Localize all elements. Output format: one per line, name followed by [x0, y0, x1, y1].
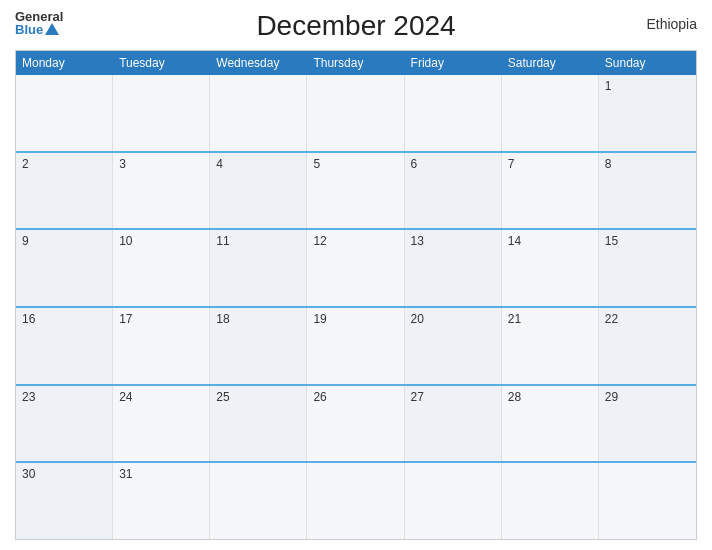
page-title: December 2024 — [256, 10, 455, 42]
day-number: 30 — [22, 467, 35, 481]
day-number: 6 — [411, 157, 418, 171]
day-cell: 29 — [599, 386, 696, 462]
day-cell: 13 — [405, 230, 502, 306]
day-number: 2 — [22, 157, 29, 171]
page: General Blue December 2024 Ethiopia Mond… — [0, 0, 712, 550]
week-row: 16171819202122 — [16, 306, 696, 384]
day-number: 23 — [22, 390, 35, 404]
day-cell — [307, 463, 404, 539]
day-cell: 19 — [307, 308, 404, 384]
day-cell — [16, 75, 113, 151]
day-cell: 26 — [307, 386, 404, 462]
day-cell — [113, 75, 210, 151]
day-number: 3 — [119, 157, 126, 171]
day-number: 22 — [605, 312, 618, 326]
day-number: 25 — [216, 390, 229, 404]
day-number: 9 — [22, 234, 29, 248]
day-cell: 31 — [113, 463, 210, 539]
day-cell: 4 — [210, 153, 307, 229]
day-number: 14 — [508, 234, 521, 248]
day-number: 19 — [313, 312, 326, 326]
day-cell: 28 — [502, 386, 599, 462]
day-number: 26 — [313, 390, 326, 404]
day-cell — [405, 75, 502, 151]
day-cell: 30 — [16, 463, 113, 539]
day-cell: 3 — [113, 153, 210, 229]
country-label: Ethiopia — [646, 16, 697, 32]
day-number: 27 — [411, 390, 424, 404]
day-header-friday: Friday — [405, 51, 502, 75]
day-number: 28 — [508, 390, 521, 404]
day-cell: 8 — [599, 153, 696, 229]
day-cell: 2 — [16, 153, 113, 229]
day-cell: 6 — [405, 153, 502, 229]
day-number: 21 — [508, 312, 521, 326]
day-cell — [307, 75, 404, 151]
day-cell — [210, 75, 307, 151]
day-cell: 14 — [502, 230, 599, 306]
day-number: 5 — [313, 157, 320, 171]
week-row: 3031 — [16, 461, 696, 539]
day-number: 15 — [605, 234, 618, 248]
day-number: 11 — [216, 234, 229, 248]
day-number: 13 — [411, 234, 424, 248]
day-cell: 24 — [113, 386, 210, 462]
day-cell: 16 — [16, 308, 113, 384]
week-row: 9101112131415 — [16, 228, 696, 306]
day-number: 7 — [508, 157, 515, 171]
day-number: 16 — [22, 312, 35, 326]
day-cell — [210, 463, 307, 539]
day-header-wednesday: Wednesday — [210, 51, 307, 75]
day-cell: 22 — [599, 308, 696, 384]
day-number: 8 — [605, 157, 612, 171]
day-cell: 17 — [113, 308, 210, 384]
day-cell: 1 — [599, 75, 696, 151]
logo-triangle-icon — [45, 23, 59, 35]
day-header-saturday: Saturday — [502, 51, 599, 75]
calendar-grid: MondayTuesdayWednesdayThursdayFridaySatu… — [15, 50, 697, 540]
day-number: 4 — [216, 157, 223, 171]
week-row: 23242526272829 — [16, 384, 696, 462]
week-row: 2345678 — [16, 151, 696, 229]
day-number: 17 — [119, 312, 132, 326]
day-cell: 20 — [405, 308, 502, 384]
logo-blue-text: Blue — [15, 23, 59, 36]
week-row: 1 — [16, 75, 696, 151]
day-cell: 11 — [210, 230, 307, 306]
day-cell — [599, 463, 696, 539]
day-cell — [502, 463, 599, 539]
day-number: 20 — [411, 312, 424, 326]
day-number: 31 — [119, 467, 132, 481]
day-cell: 18 — [210, 308, 307, 384]
day-number: 29 — [605, 390, 618, 404]
day-cell — [502, 75, 599, 151]
day-number: 1 — [605, 79, 612, 93]
day-cell: 12 — [307, 230, 404, 306]
day-cell: 21 — [502, 308, 599, 384]
day-cell: 9 — [16, 230, 113, 306]
day-cell: 27 — [405, 386, 502, 462]
day-cell: 15 — [599, 230, 696, 306]
day-cell: 7 — [502, 153, 599, 229]
logo: General Blue — [15, 10, 63, 36]
day-number: 10 — [119, 234, 132, 248]
day-header-thursday: Thursday — [307, 51, 404, 75]
day-cell: 23 — [16, 386, 113, 462]
day-cell: 10 — [113, 230, 210, 306]
day-cell — [405, 463, 502, 539]
day-header-sunday: Sunday — [599, 51, 696, 75]
day-number: 24 — [119, 390, 132, 404]
day-headers-row: MondayTuesdayWednesdayThursdayFridaySatu… — [16, 51, 696, 75]
weeks-container: 1234567891011121314151617181920212223242… — [16, 75, 696, 539]
day-number: 12 — [313, 234, 326, 248]
day-header-tuesday: Tuesday — [113, 51, 210, 75]
day-header-monday: Monday — [16, 51, 113, 75]
day-number: 18 — [216, 312, 229, 326]
day-cell: 25 — [210, 386, 307, 462]
day-cell: 5 — [307, 153, 404, 229]
calendar-header: General Blue December 2024 Ethiopia — [15, 10, 697, 42]
